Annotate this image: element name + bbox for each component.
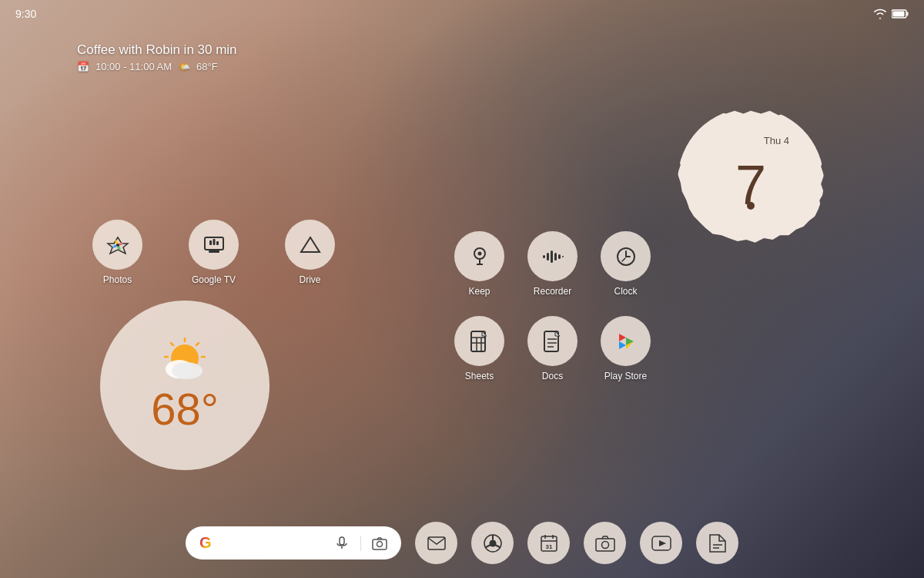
mic-icon[interactable] (334, 536, 350, 551)
svg-line-45 (495, 545, 500, 547)
calendar-icon: 31 (540, 534, 558, 553)
apps-row-1: Keep Recorder (454, 231, 651, 297)
clock-widget[interactable]: Thu 4 7 (678, 108, 824, 254)
sheets-icon (470, 330, 490, 353)
gmail-icon (427, 536, 446, 550)
drive-icon-circle (285, 220, 335, 270)
keep-label: Keep (468, 286, 490, 297)
search-bar[interactable]: G (186, 526, 401, 560)
calendar-icon: 📅 (77, 61, 89, 72)
app-recorder[interactable]: Recorder (527, 231, 578, 297)
sheets-label: Sheets (465, 371, 494, 381)
app-play-store[interactable]: Play Store (601, 316, 651, 381)
weather-temp: 68° (151, 383, 219, 435)
docs-label: Docs (542, 371, 563, 381)
weather-small-icon: 🌤️ (178, 61, 190, 72)
google-g-logo: G (199, 534, 212, 552)
svg-rect-1 (907, 12, 909, 16)
svg-rect-52 (596, 539, 614, 551)
keep-icon-circle (454, 231, 504, 281)
svg-text:31: 31 (545, 543, 552, 550)
google-tv-label: Google TV (192, 274, 236, 285)
svg-rect-24 (554, 253, 557, 260)
youtube-icon (651, 536, 671, 551)
app-google-tv[interactable]: Google TV (189, 220, 239, 285)
app-docs[interactable]: Docs (527, 316, 578, 381)
status-time: 9:30 (15, 8, 36, 20)
sheets-icon-circle (454, 316, 504, 366)
apps-row-2: Sheets Docs (454, 316, 651, 381)
event-temp: 68°F (196, 61, 218, 72)
app-drive[interactable]: Drive (285, 220, 335, 285)
svg-line-46 (486, 545, 490, 547)
app-sheets[interactable]: Sheets (454, 316, 504, 381)
svg-point-11 (116, 244, 119, 247)
dock-app-camera[interactable] (584, 522, 626, 564)
svg-rect-37 (340, 537, 344, 545)
wifi-icon (873, 8, 887, 19)
recorder-icon (541, 247, 564, 266)
svg-point-5 (172, 362, 203, 379)
camera-search-icon[interactable] (372, 536, 387, 550)
recorder-label: Recorder (534, 286, 571, 297)
chrome-icon (483, 533, 503, 553)
clock-dot (747, 202, 755, 210)
svg-rect-2 (893, 12, 905, 17)
svg-rect-22 (547, 253, 549, 260)
sun-icon (158, 337, 212, 383)
play-store-label: Play Store (604, 371, 647, 381)
status-bar: 9:30 (0, 0, 924, 28)
svg-rect-25 (558, 254, 561, 259)
photos-icon (106, 234, 129, 257)
weather-widget[interactable]: 68° (100, 301, 270, 470)
svg-rect-13 (209, 250, 219, 253)
docs-icon (543, 330, 563, 353)
clock-icon-circle (601, 231, 651, 281)
dock-app-chrome[interactable] (471, 522, 514, 564)
clock-label: Clock (614, 286, 637, 297)
recorder-icon-circle (527, 231, 578, 281)
play-store-icon-circle (601, 316, 651, 366)
dock-app-files[interactable] (696, 522, 738, 564)
event-details: 📅 10:00 - 11:00 AM 🌤️ 68°F (77, 61, 237, 72)
app-clock[interactable]: Clock (601, 231, 651, 297)
dock-app-youtube[interactable] (640, 522, 682, 564)
svg-point-40 (377, 541, 383, 546)
photos-label: Photos (103, 274, 132, 285)
docs-icon-circle (527, 316, 578, 366)
clock-app-icon (615, 246, 637, 267)
play-store-icon (615, 331, 637, 352)
status-icons (873, 8, 909, 19)
top-apps-row: Photos Google TV Drive (92, 220, 335, 285)
files-icon (708, 533, 727, 553)
svg-line-7 (196, 343, 199, 345)
search-divider (360, 536, 361, 551)
apps-area: Keep Recorder (454, 231, 651, 401)
google-tv-icon-circle (189, 220, 239, 270)
svg-rect-16 (216, 241, 219, 245)
battery-icon (892, 9, 909, 18)
event-time: 10:00 - 11:00 AM (95, 61, 172, 72)
svg-point-53 (601, 541, 608, 548)
clock-blob: Thu 4 7 (678, 108, 824, 254)
dock-app-calendar[interactable]: 31 (527, 522, 570, 564)
drive-label: Drive (299, 274, 320, 285)
dock-app-gmail[interactable] (415, 522, 457, 564)
svg-marker-55 (659, 540, 666, 546)
svg-rect-15 (213, 239, 215, 245)
svg-rect-41 (428, 537, 445, 549)
svg-point-20 (477, 251, 481, 255)
app-keep[interactable]: Keep (454, 231, 504, 297)
google-tv-icon (203, 234, 226, 256)
svg-line-9 (171, 343, 173, 345)
photos-icon-circle (92, 220, 142, 270)
keep-icon (469, 246, 490, 267)
svg-rect-21 (543, 255, 545, 258)
svg-rect-26 (562, 256, 564, 257)
app-photos[interactable]: Photos (92, 220, 142, 285)
event-title: Coffee with Robin in 30 min (77, 42, 237, 58)
svg-rect-23 (551, 250, 553, 263)
svg-rect-14 (209, 240, 212, 245)
camera-dock-icon (595, 535, 615, 552)
clock-day: Thu 4 (764, 135, 789, 146)
